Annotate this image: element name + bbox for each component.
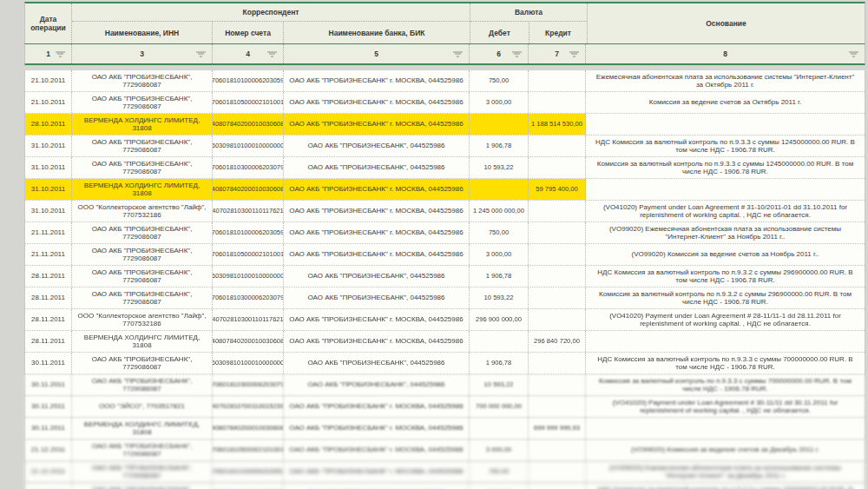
col-header-bank-bic[interactable]: Наименование банка, БИК xyxy=(284,22,470,43)
cell-basis[interactable]: Комиссия за валютный контроль по п.9.3.3… xyxy=(586,374,865,395)
cell-debit[interactable] xyxy=(470,114,529,135)
cell-date[interactable]: 28.11.2011 xyxy=(25,287,72,308)
filter-icon[interactable] xyxy=(569,50,579,58)
cell-debit[interactable]: 1 906,78 xyxy=(470,266,529,287)
cell-credit[interactable] xyxy=(529,266,586,287)
cell-bank[interactable]: ОАО АКБ "ПРОБИЗНЕСБАНК", 044525986 xyxy=(284,157,470,178)
cell-account[interactable]: 40702810700110015239 xyxy=(213,396,284,417)
cell-debit[interactable]: 10 593,22 xyxy=(470,157,529,178)
cell-bank[interactable]: ОАО АКБ "ПРОБИЗНЕСБАНК", 044525986 xyxy=(284,266,470,287)
cell-name[interactable]: ОАО АКБ "ПРОБИЗНЕСБАНК", 7729086087 xyxy=(72,157,213,178)
cell-basis[interactable]: (VO99020) Комиссия за ведение счетов за … xyxy=(586,439,865,460)
cell-bank[interactable]: ОАО АКБ "ПРОБИЗНЕСБАНК" г. МОСКВА, 04452… xyxy=(284,439,470,460)
cell-bank[interactable]: ОАО АКБ "ПРОБИЗНЕСБАНК" г. МОСКВА, 04452… xyxy=(284,201,470,221)
cell-basis[interactable] xyxy=(586,331,865,352)
cell-date[interactable]: 28.11.2011 xyxy=(25,309,72,330)
cell-account[interactable]: 40807840200010030608 xyxy=(213,331,284,352)
cell-debit[interactable]: 750,00 xyxy=(470,222,529,243)
cell-name[interactable]: ОАО АКБ "ПРОБИЗНЕСБАНК", 7729086087 xyxy=(72,461,213,482)
col-header-date[interactable]: Дата операции xyxy=(25,3,72,43)
cell-credit[interactable] xyxy=(529,374,586,395)
cell-basis[interactable] xyxy=(586,114,865,135)
filter-cell-4[interactable]: 4 xyxy=(213,44,284,63)
cell-date[interactable]: 28.10.2011 xyxy=(25,114,72,135)
cell-bank[interactable]: ОАО АКБ "ПРОБИЗНЕСБАНК" г. МОСКВА, 04452… xyxy=(284,92,470,113)
filter-cell-1[interactable]: 1 xyxy=(25,44,72,63)
cell-account[interactable]: 60309810100010000000 xyxy=(213,353,284,373)
cell-credit[interactable]: 1 188 514 530,00 xyxy=(529,114,586,135)
filter-cell-7[interactable]: 7 xyxy=(529,44,586,63)
cell-date[interactable]: 30.11.2011 xyxy=(25,374,72,395)
cell-name[interactable]: ОАО АКБ "ПРОБИЗНЕСБАНК", 7729086087 xyxy=(72,439,213,460)
cell-basis[interactable]: НДС Комиссия за валютный контроль по п.9… xyxy=(586,266,865,287)
cell-debit[interactable] xyxy=(470,418,529,439)
cell-date[interactable]: 30.11.2011 xyxy=(25,418,72,439)
cell-date[interactable]: 28.11.2011 xyxy=(25,266,72,287)
cell-account[interactable]: 70601810300006203079 xyxy=(213,157,284,178)
cell-account[interactable]: 40702810300110117621 xyxy=(213,201,284,221)
cell-account[interactable]: 60309810100010000000 xyxy=(213,266,284,287)
cell-account[interactable]: 70601810100006203059 xyxy=(213,70,284,91)
col-header-account[interactable]: Номер счета xyxy=(213,22,284,43)
cell-credit[interactable] xyxy=(529,353,586,373)
cell-date[interactable]: 30.11.2011 xyxy=(25,353,72,373)
cell-date[interactable]: 21.10.2011 xyxy=(25,92,72,113)
cell-bank[interactable]: ОАО АКБ "ПРОБИЗНЕСБАНК", 044525986 xyxy=(284,374,470,395)
cell-date[interactable]: 31.10.2011 xyxy=(25,201,72,221)
cell-date[interactable]: 31.10.2011 xyxy=(25,179,72,200)
cell-basis[interactable]: (VO41020) Payment under Loan Agreement #… xyxy=(586,201,865,221)
cell-bank[interactable]: ОАО АКБ "ПРОБИЗНЕСБАНК" г. МОСКВА, 04452… xyxy=(284,114,470,135)
filter-icon[interactable] xyxy=(849,50,858,58)
cell-basis[interactable] xyxy=(586,418,865,439)
cell-account[interactable]: 70601810500002101001 xyxy=(213,92,284,113)
cell-name[interactable]: ОАО АКБ "ПРОБИЗНЕСБАНК", 7729086087 xyxy=(72,222,213,243)
cell-name[interactable]: ОАО АКБ "ПРОБИЗНЕСБАНК", 7729086087 xyxy=(72,244,213,265)
cell-basis[interactable]: НДС Комиссия за валютный контроль по п.9… xyxy=(586,135,865,156)
col-group-correspondent-label[interactable]: Корреспондент xyxy=(72,3,470,22)
cell-credit[interactable] xyxy=(529,287,586,308)
cell-name[interactable]: ОАО АКБ "ПРОБИЗНЕСБАНК", 7729086087 xyxy=(72,353,213,373)
cell-debit[interactable]: 3 000,00 xyxy=(470,244,529,265)
col-header-credit[interactable]: Кредит xyxy=(529,22,587,43)
filter-cell-3[interactable]: 3 xyxy=(72,44,213,63)
cell-date[interactable]: 28.11.2011 xyxy=(25,331,72,352)
col-header-debit[interactable]: Дебет xyxy=(470,22,529,43)
cell-date[interactable]: 31.10.2011 xyxy=(25,157,72,178)
cell-bank[interactable]: ОАО АКБ "ПРОБИЗНЕСБАНК" г. МОСКВА, 04452… xyxy=(284,418,470,439)
cell-name[interactable]: ОАО АКБ "ПРОБИЗНЕСБАНК", 7729086087 xyxy=(72,92,213,113)
cell-date[interactable]: 21.12.2011 xyxy=(25,439,72,460)
cell-name[interactable]: ОАО АКБ "ПРОБИЗНЕСБАНК", 7729086087 xyxy=(72,483,213,489)
cell-bank[interactable]: ОАО АКБ "ПРОБИЗНЕСБАНК", 044525986 xyxy=(284,135,470,156)
cell-basis[interactable]: (VO41020) Payment under Loan Agreement #… xyxy=(586,309,865,330)
cell-account[interactable]: 40807840200010030608 xyxy=(213,114,284,135)
cell-debit[interactable]: 1 245 000 000,00 xyxy=(470,201,529,221)
cell-credit[interactable] xyxy=(529,70,586,91)
cell-basis[interactable]: Комиссия за валютный контроль по п.9.3.3… xyxy=(586,157,865,178)
cell-account[interactable]: 60309810100010000000 xyxy=(213,483,284,489)
cell-credit[interactable] xyxy=(529,244,586,265)
cell-debit[interactable]: 10 593,22 xyxy=(470,374,529,395)
cell-date[interactable]: 21.10.2011 xyxy=(25,70,72,91)
col-header-name-inn[interactable]: Наименование, ИНН xyxy=(72,22,213,43)
cell-basis[interactable]: НДС Комиссия за валютный контроль по п.9… xyxy=(586,483,865,489)
cell-debit[interactable]: 296 900 000,00 xyxy=(470,309,529,330)
cell-debit[interactable]: 1 906,78 xyxy=(470,353,529,373)
cell-bank[interactable]: ОАО АКБ "ПРОБИЗНЕСБАНК", 044525986 xyxy=(284,287,470,308)
cell-basis[interactable]: (VO99020) Ежемесячная абонентская плата … xyxy=(586,222,865,243)
cell-debit[interactable]: 3 000,00 xyxy=(470,92,529,113)
cell-account[interactable]: 70601810100006203059 xyxy=(213,222,284,243)
cell-name[interactable]: ВЕРМЕНДА ХОЛДИНГС ЛИМИТЕД, 31808 xyxy=(72,114,213,135)
cell-account[interactable]: 70601810500002101001 xyxy=(213,439,284,460)
cell-name[interactable]: ОАО АКБ "ПРОБИЗНЕСБАНК", 7729086087 xyxy=(72,287,213,308)
cell-date[interactable]: 30.12.2011 xyxy=(25,483,72,489)
cell-credit[interactable] xyxy=(529,483,586,489)
cell-basis[interactable] xyxy=(586,179,865,200)
cell-bank[interactable]: ОАО АКБ "ПРОБИЗНЕСБАНК", 044525986 xyxy=(284,483,470,489)
cell-name[interactable]: ОАО АКБ "ПРОБИЗНЕСБАНК", 7729086087 xyxy=(72,135,213,156)
cell-account[interactable]: 60309810100010000000 xyxy=(213,135,284,156)
filter-icon[interactable] xyxy=(196,50,206,58)
cell-basis[interactable]: Комиссия за валютный контроль по п.9.3.2… xyxy=(586,287,865,308)
cell-bank[interactable]: ОАО АКБ "ПРОБИЗНЕСБАНК" г. МОСКВА, 04452… xyxy=(284,331,470,352)
col-group-currency-label[interactable]: Валюта xyxy=(470,3,587,22)
cell-debit[interactable] xyxy=(470,331,529,352)
